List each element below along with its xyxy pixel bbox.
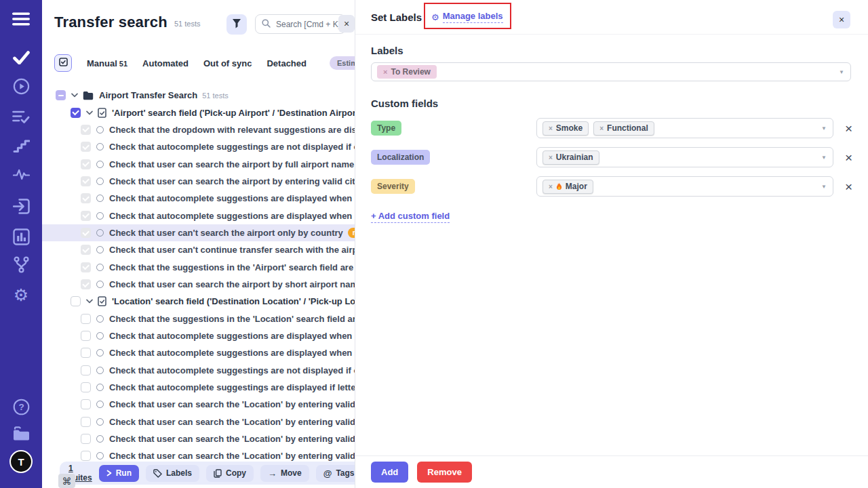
- remove-tag-icon[interactable]: ×: [549, 154, 553, 161]
- test-name: Check that user can search the 'Location…: [109, 417, 355, 427]
- chevron-down-icon[interactable]: [86, 110, 93, 115]
- test-checkbox[interactable]: [81, 382, 91, 392]
- tree-folder-row[interactable]: Airport Transfer Search51 tests: [42, 87, 355, 104]
- sidebar-item-activity[interactable]: [0, 168, 42, 183]
- move-button[interactable]: →Move: [260, 465, 309, 482]
- test-row[interactable]: Check that autocomplete suggestings are …: [42, 379, 355, 396]
- folder-checkbox[interactable]: [56, 90, 66, 100]
- value-tag[interactable]: ×Smoke: [542, 121, 589, 136]
- test-row[interactable]: Check that user can search the airport b…: [42, 155, 355, 172]
- value-tag[interactable]: ×Functional: [593, 121, 654, 136]
- test-checkbox[interactable]: [81, 159, 91, 169]
- test-row[interactable]: Check that user can search the 'Location…: [42, 413, 355, 430]
- run-button[interactable]: Run: [99, 465, 139, 482]
- remove-tag-icon[interactable]: ×: [549, 183, 553, 190]
- test-checkbox[interactable]: [81, 262, 91, 272]
- remove-tag-icon[interactable]: ×: [383, 68, 387, 76]
- suite-row[interactable]: 'Location' search field ('Destination Lo…: [42, 293, 355, 310]
- test-row[interactable]: Check that autocomplete suggestings are …: [42, 362, 355, 379]
- user-avatar[interactable]: T: [9, 450, 33, 473]
- test-row[interactable]: Check that user can search the 'Location…: [42, 396, 355, 413]
- test-checkbox[interactable]: [81, 399, 91, 409]
- add-custom-field-link[interactable]: + Add custom field: [371, 211, 450, 223]
- remove-field-button[interactable]: ×: [845, 151, 852, 164]
- sidebar-item-runs[interactable]: [0, 78, 42, 98]
- test-row[interactable]: Check that autocomplete suggestions are …: [42, 327, 355, 344]
- search-close-button[interactable]: ×: [338, 15, 355, 33]
- label-tag[interactable]: ×To Review: [377, 65, 437, 79]
- test-name: Check that user can't continue transfer …: [109, 245, 355, 255]
- test-checkbox[interactable]: [81, 417, 91, 427]
- tab-automated[interactable]: Automated: [142, 58, 189, 68]
- labels-select[interactable]: ×To Review ▼: [371, 62, 851, 81]
- chevron-down-icon[interactable]: [86, 299, 93, 304]
- suite-checkbox[interactable]: [71, 108, 81, 118]
- button-label: Move: [281, 468, 302, 478]
- test-row[interactable]: Check that the dropdown with relevant su…: [42, 121, 355, 138]
- test-row[interactable]: Check that the suggestions in the 'Locat…: [42, 310, 355, 327]
- panel-close-button[interactable]: ×: [833, 11, 850, 28]
- tags-button[interactable]: @Tags: [316, 465, 355, 482]
- sidebar-item-projects[interactable]: [0, 426, 42, 444]
- test-checkbox[interactable]: [81, 434, 91, 444]
- remove-tag-icon[interactable]: ×: [599, 125, 604, 132]
- sidebar-item-tests[interactable]: [0, 51, 42, 67]
- value-tag[interactable]: ×Major: [542, 180, 593, 194]
- suite-row[interactable]: 'Airport' search field ('Pick-up Airport…: [42, 104, 355, 121]
- test-checkbox[interactable]: [81, 279, 91, 289]
- sidebar-item-help[interactable]: ?: [0, 399, 42, 418]
- field-value-select[interactable]: ×Major▼: [536, 176, 833, 197]
- test-checkbox[interactable]: [81, 331, 91, 341]
- test-checkbox[interactable]: [81, 451, 91, 461]
- labels-button[interactable]: Labels: [146, 465, 199, 482]
- field-value-select[interactable]: ×Smoke×Functional▼: [536, 118, 833, 138]
- estimate-badge[interactable]: Estimate: [330, 56, 355, 70]
- test-row[interactable]: Check that autocomplete suggestions are …: [42, 190, 355, 207]
- test-checkbox[interactable]: [81, 314, 91, 324]
- sidebar-item-test-plans[interactable]: [0, 110, 42, 126]
- test-row[interactable]: Check that user can't continue transfer …: [42, 241, 355, 258]
- suite-checkbox[interactable]: [71, 296, 81, 306]
- test-checkbox[interactable]: [81, 211, 91, 221]
- remove-field-button[interactable]: ×: [845, 180, 852, 193]
- chevron-down-icon[interactable]: [71, 93, 78, 98]
- test-row[interactable]: Check that autocomplete suggestions are …: [42, 344, 355, 361]
- manage-labels-link[interactable]: ⚙ Manage labels: [431, 11, 503, 23]
- sidebar-item-menu[interactable]: [0, 12, 42, 28]
- test-row[interactable]: Check that user can't search the airport…: [42, 224, 355, 241]
- field-value-select[interactable]: ×Ukrainian▼: [536, 147, 833, 167]
- remove-field-button[interactable]: ×: [845, 122, 852, 135]
- test-checkbox[interactable]: [81, 245, 91, 255]
- test-checkbox[interactable]: [81, 193, 91, 203]
- copy-button[interactable]: Copy: [206, 465, 254, 482]
- search-input[interactable]: [275, 19, 345, 30]
- tab-manual[interactable]: Manual51: [87, 58, 127, 68]
- test-row[interactable]: Check that user can search the airport b…: [42, 276, 355, 293]
- sidebar-item-import[interactable]: [0, 199, 42, 217]
- test-checkbox[interactable]: [81, 365, 91, 375]
- sidebar-item-integrations[interactable]: [0, 256, 42, 276]
- value-tag[interactable]: ×Ukrainian: [542, 150, 599, 165]
- sidebar-item-reports[interactable]: [0, 228, 42, 248]
- test-row[interactable]: Check that user can search the 'Location…: [42, 430, 355, 447]
- tab-detached[interactable]: Detached: [267, 58, 307, 68]
- select-mode-button[interactable]: [54, 54, 72, 72]
- test-checkbox[interactable]: [81, 125, 91, 135]
- test-row[interactable]: Check that autocomplete suggestings are …: [42, 138, 355, 155]
- test-row[interactable]: Check that the suggestions in the 'Airpo…: [42, 258, 355, 275]
- remove-tag-icon[interactable]: ×: [549, 125, 553, 132]
- sidebar-item-user-avatar[interactable]: T: [0, 450, 42, 473]
- test-checkbox[interactable]: [81, 142, 91, 152]
- test-checkbox[interactable]: [81, 348, 91, 358]
- test-checkbox[interactable]: [81, 176, 91, 186]
- remove-button[interactable]: Remove: [417, 462, 472, 483]
- sidebar-item-steps[interactable]: [0, 139, 42, 155]
- sidebar-item-settings[interactable]: ⚙: [0, 287, 42, 304]
- test-row[interactable]: Check that user can search the airport b…: [42, 173, 355, 190]
- tab-out-of-sync[interactable]: Out of sync: [203, 58, 252, 68]
- test-row[interactable]: Check that autocomplete suggestions are …: [42, 207, 355, 224]
- filter-button[interactable]: [226, 14, 247, 35]
- command-key-icon[interactable]: ⌘: [58, 474, 75, 488]
- test-checkbox[interactable]: [81, 228, 91, 238]
- add-button[interactable]: Add: [371, 462, 408, 483]
